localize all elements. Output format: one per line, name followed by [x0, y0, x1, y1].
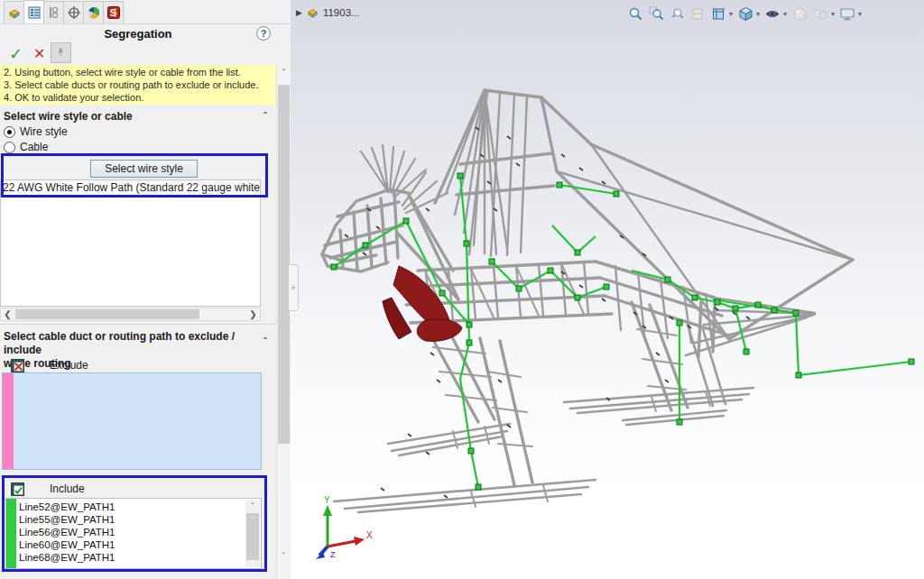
property-list-icon — [27, 5, 42, 20]
triad-y-label: Y — [324, 495, 330, 505]
radio-wire-style[interactable]: Wire style — [4, 125, 68, 138]
triad-x-label: X — [366, 530, 373, 540]
scroll-down-icon[interactable]: ˇ — [277, 552, 291, 562]
list-item[interactable]: Line52@EW_PATH1 — [19, 501, 116, 512]
electrical-s-icon: S — [106, 5, 121, 20]
list-item[interactable]: Line60@EW_PATH1 — [19, 539, 116, 550]
reference-triad: Y X Z — [312, 494, 375, 562]
scroll-up-icon[interactable]: ˆ — [245, 500, 260, 512]
tab-electrical-manager[interactable]: S — [103, 1, 124, 23]
include-row[interactable]: Include — [11, 482, 85, 496]
radio-button-icon[interactable] — [4, 126, 15, 138]
tab-display-manager[interactable] — [83, 1, 104, 23]
tab-dimxpert-manager[interactable] — [63, 1, 84, 23]
list-item[interactable]: Line55@EW_PATH1 — [19, 514, 116, 525]
exclude-row[interactable]: Exclude — [11, 358, 88, 372]
scrollbar-thumb[interactable] — [246, 513, 259, 560]
panel-scrollbar[interactable]: ˆ ˇ — [276, 65, 290, 579]
instruction-box: 2. Using button, select wire style or ca… — [0, 65, 275, 105]
duct-section-header-line1: Select cable duct or routing path to exc… — [4, 330, 235, 356]
tab-property-manager[interactable] — [23, 0, 44, 23]
wire-style-list-item[interactable]: 22 AWG White Follow Path (Standard 22 ga… — [1, 180, 260, 195]
tab-feature-manager[interactable] — [4, 1, 24, 23]
configurations-icon — [47, 5, 61, 20]
include-list[interactable]: Line52@EW_PATH1 Line55@EW_PATH1 Line56@E… — [5, 498, 262, 569]
tab-configuration-manager[interactable] — [43, 1, 64, 23]
collapse-chevron-icon[interactable]: ˆ — [263, 335, 267, 346]
radio-cable[interactable]: Cable — [4, 141, 48, 153]
scroll-right-icon[interactable]: ❯ — [246, 308, 260, 320]
ok-button[interactable]: ✓ — [9, 44, 23, 64]
page-title: Segregation — [0, 27, 276, 41]
triad-z-label: Z — [330, 550, 336, 559]
list-item[interactable]: Line56@EW_PATH1 — [19, 527, 116, 538]
list-item[interactable]: Line68@EW_PATH1 — [19, 552, 116, 563]
include-label: Include — [50, 482, 85, 495]
select-wire-style-button[interactable]: Select wire style — [90, 160, 198, 178]
include-list-scrollbar[interactable]: ˆ — [245, 500, 260, 567]
model-3d-dragon-truss[interactable] — [291, 0, 924, 579]
pin-button[interactable]: 🖈 — [51, 42, 71, 63]
connection-ticks — [345, 127, 750, 498]
include-color-strip — [6, 499, 16, 568]
crosshair-icon — [67, 5, 81, 20]
part-icon — [7, 5, 22, 20]
radio-wire-label: Wire style — [20, 125, 68, 138]
instruction-line: 3. Select cable ducts or routing path to… — [4, 78, 272, 91]
gray-frame — [322, 90, 853, 512]
collapse-chevron-icon[interactable]: ˆ — [263, 110, 267, 121]
exclude-list[interactable] — [2, 372, 262, 470]
radio-button-icon[interactable] — [4, 142, 15, 153]
scrollbar-thumb[interactable] — [15, 309, 199, 319]
solidworks-window: S Segregation ? ✓ ✕ 🖈 2. Using button, s… — [0, 0, 924, 579]
manager-tab-bar: S — [0, 0, 291, 24]
scroll-left-icon[interactable]: ❮ — [1, 308, 14, 320]
property-manager-panel: S Segregation ? ✓ ✕ 🖈 2. Using button, s… — [0, 0, 291, 579]
graphics-area[interactable]: ▶ 11903... ▾ — [291, 0, 924, 579]
exclude-label: Exclude — [50, 359, 88, 372]
color-wheel-icon — [87, 5, 101, 20]
instruction-line: 2. Using button, select wire style or ca… — [4, 66, 272, 78]
wire-section-header: Select wire style or cable — [4, 110, 133, 123]
include-checkbox-icon[interactable] — [11, 482, 24, 496]
exclude-color-strip — [3, 373, 14, 469]
radio-cable-label: Cable — [20, 141, 48, 153]
cancel-button[interactable]: ✕ — [33, 45, 45, 62]
instruction-line: 4. OK to validate your selection. — [4, 91, 272, 104]
help-icon[interactable]: ? — [256, 26, 271, 41]
wire-style-list[interactable]: 22 AWG White Follow Path (Standard 22 ga… — [0, 179, 261, 307]
exclude-checkbox-icon[interactable] — [11, 359, 24, 372]
wire-list-horizontal-scrollbar[interactable]: ❮ ❯ — [0, 308, 261, 321]
scroll-up-icon[interactable]: ˆ — [277, 69, 291, 78]
section-divider — [0, 324, 275, 325]
